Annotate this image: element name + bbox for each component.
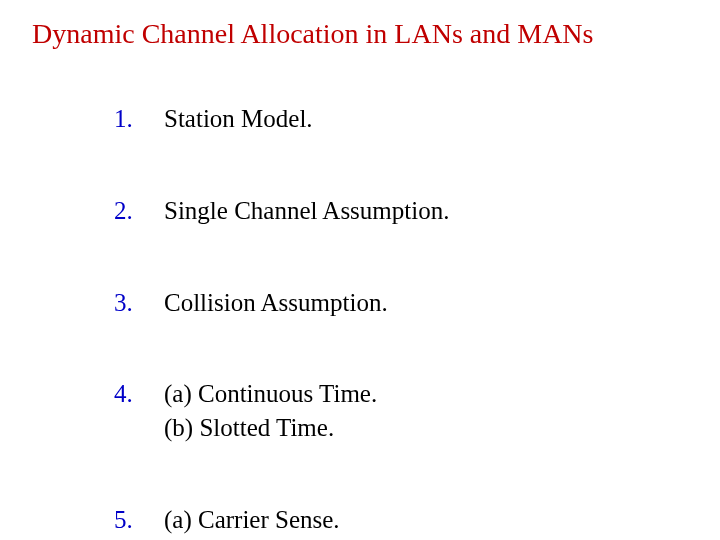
item-content: (a) Continuous Time. (b) Slotted Time. <box>164 377 654 445</box>
list-item: 4. (a) Continuous Time. (b) Slotted Time… <box>114 377 654 445</box>
list-item: 1. Station Model. <box>114 102 654 136</box>
item-content: Collision Assumption. <box>164 286 654 320</box>
item-number: 5. <box>114 503 164 540</box>
list-item: 3. Collision Assumption. <box>114 286 654 320</box>
item-line: (a) Carrier Sense. <box>164 503 654 537</box>
item-content: Single Channel Assumption. <box>164 194 654 228</box>
item-content: Station Model. <box>164 102 654 136</box>
assumption-list: 1. Station Model. 2. Single Channel Assu… <box>114 102 654 540</box>
item-number: 4. <box>114 377 164 445</box>
list-item: 5. (a) Carrier Sense. (b) No Carrier Sen… <box>114 503 654 540</box>
page-title: Dynamic Channel Allocation in LANs and M… <box>32 18 692 50</box>
item-number: 3. <box>114 286 164 320</box>
item-number: 1. <box>114 102 164 136</box>
item-line: Collision Assumption. <box>164 286 654 320</box>
item-line: (a) Continuous Time. <box>164 377 654 411</box>
item-number: 2. <box>114 194 164 228</box>
list-item: 2. Single Channel Assumption. <box>114 194 654 228</box>
item-line: (b) No Carrier Sense <box>164 537 654 541</box>
item-line: Single Channel Assumption. <box>164 194 654 228</box>
item-line: (b) Slotted Time. <box>164 411 654 445</box>
item-content: (a) Carrier Sense. (b) No Carrier Sense <box>164 503 654 540</box>
item-line: Station Model. <box>164 102 654 136</box>
